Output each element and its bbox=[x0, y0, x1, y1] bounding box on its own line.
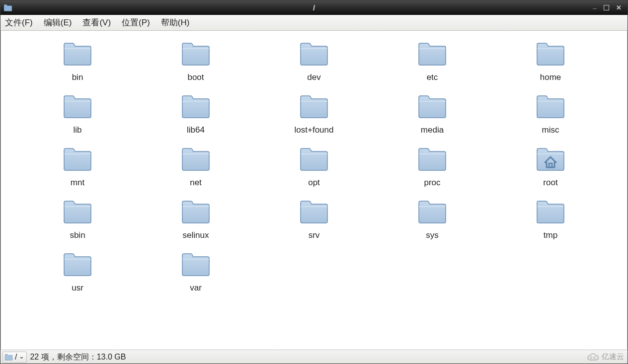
folder-item[interactable]: proc bbox=[376, 146, 489, 188]
folder-label: misc bbox=[542, 125, 559, 135]
menu-bar: 文件(F) 编辑(E) 查看(V) 位置(P) 帮助(H) bbox=[0, 15, 628, 31]
folder-item[interactable]: home bbox=[494, 41, 607, 82]
menu-file[interactable]: 文件(F) bbox=[5, 17, 33, 28]
maximize-button[interactable] bbox=[604, 5, 609, 10]
folder-label: boot bbox=[187, 73, 204, 82]
folder-label: tmp bbox=[544, 230, 557, 240]
folder-icon bbox=[62, 199, 93, 227]
folder-icon bbox=[298, 199, 330, 227]
path-text: / bbox=[15, 353, 17, 362]
folder-label: sys bbox=[426, 230, 439, 240]
status-summary: 22 项，剩余空间：13.0 GB bbox=[30, 352, 126, 363]
folder-label: opt bbox=[308, 178, 320, 188]
folder-label: dev bbox=[307, 73, 320, 82]
folder-icon bbox=[180, 146, 212, 175]
folder-label: etc bbox=[427, 73, 438, 82]
window-controls bbox=[593, 4, 628, 11]
menu-places[interactable]: 位置(P) bbox=[122, 17, 150, 28]
folder-icon bbox=[535, 199, 566, 227]
folder-item[interactable]: opt bbox=[257, 146, 371, 188]
folder-item[interactable]: usr bbox=[21, 251, 134, 293]
folder-item[interactable]: lost+found bbox=[257, 93, 371, 135]
folder-label: srv bbox=[309, 230, 320, 240]
folder-item[interactable]: etc bbox=[376, 41, 489, 82]
folder-item[interactable]: srv bbox=[257, 199, 371, 240]
path-dropdown-button[interactable]: / ⌄ bbox=[2, 352, 27, 363]
folder-item[interactable]: net bbox=[139, 146, 252, 188]
folder-label: net bbox=[190, 178, 202, 188]
folder-label: proc bbox=[424, 178, 440, 188]
minimize-button[interactable] bbox=[593, 4, 597, 11]
folder-icon bbox=[180, 93, 212, 122]
folder-icon bbox=[535, 93, 566, 122]
folder-grid: bin boot dev etc bbox=[1, 31, 627, 303]
folder-label: lib bbox=[73, 125, 81, 135]
close-button[interactable] bbox=[616, 4, 622, 11]
folder-item[interactable]: media bbox=[376, 93, 489, 135]
folder-label: mnt bbox=[71, 178, 84, 188]
icon-view[interactable]: bin boot dev etc bbox=[0, 31, 628, 349]
home-folder-icon bbox=[535, 146, 566, 175]
folder-label: media bbox=[421, 125, 444, 135]
folder-icon bbox=[298, 41, 330, 70]
window-title: / bbox=[313, 3, 315, 12]
folder-icon bbox=[180, 251, 212, 280]
folder-item[interactable]: root bbox=[494, 146, 607, 188]
chevron-down-icon: ⌄ bbox=[19, 353, 24, 360]
folder-icon bbox=[180, 199, 212, 227]
folder-item[interactable]: dev bbox=[257, 41, 371, 82]
status-folder-icon bbox=[4, 354, 13, 361]
folder-item[interactable]: sys bbox=[376, 199, 489, 240]
folder-item[interactable]: sbin bbox=[21, 199, 134, 240]
folder-icon bbox=[62, 146, 93, 175]
folder-item[interactable]: misc bbox=[494, 93, 607, 135]
folder-item[interactable]: lib bbox=[21, 93, 134, 135]
folder-item[interactable]: var bbox=[139, 251, 252, 293]
folder-item[interactable]: boot bbox=[139, 41, 252, 82]
folder-icon bbox=[298, 93, 330, 122]
folder-label: home bbox=[540, 73, 561, 82]
folder-icon bbox=[416, 41, 448, 70]
folder-icon bbox=[416, 146, 448, 175]
folder-icon bbox=[62, 93, 93, 122]
folder-label: bin bbox=[72, 73, 83, 82]
window-folder-icon bbox=[3, 4, 12, 11]
title-bar: / bbox=[0, 0, 628, 15]
folder-label: var bbox=[190, 283, 202, 293]
folder-item[interactable]: tmp bbox=[494, 199, 607, 240]
folder-label: selinux bbox=[183, 230, 209, 240]
folder-icon bbox=[416, 199, 448, 227]
folder-icon bbox=[298, 146, 330, 175]
folder-label: root bbox=[543, 178, 557, 188]
folder-label: lib64 bbox=[187, 125, 205, 135]
folder-icon bbox=[62, 41, 93, 70]
folder-icon bbox=[535, 41, 566, 70]
folder-item[interactable]: selinux bbox=[139, 199, 252, 240]
folder-icon bbox=[62, 251, 93, 280]
folder-label: lost+found bbox=[295, 125, 334, 135]
status-bar: / ⌄ 22 项，剩余空间：13.0 GB bbox=[0, 350, 628, 364]
folder-icon bbox=[416, 93, 448, 122]
folder-item[interactable]: lib64 bbox=[139, 93, 252, 135]
folder-icon bbox=[180, 41, 212, 70]
folder-label: sbin bbox=[70, 230, 85, 240]
menu-view[interactable]: 查看(V) bbox=[82, 17, 111, 28]
folder-item[interactable]: mnt bbox=[21, 146, 134, 188]
folder-label: usr bbox=[72, 283, 83, 293]
menu-edit[interactable]: 编辑(E) bbox=[44, 17, 72, 28]
menu-help[interactable]: 帮助(H) bbox=[161, 17, 190, 28]
folder-item[interactable]: bin bbox=[21, 41, 134, 82]
